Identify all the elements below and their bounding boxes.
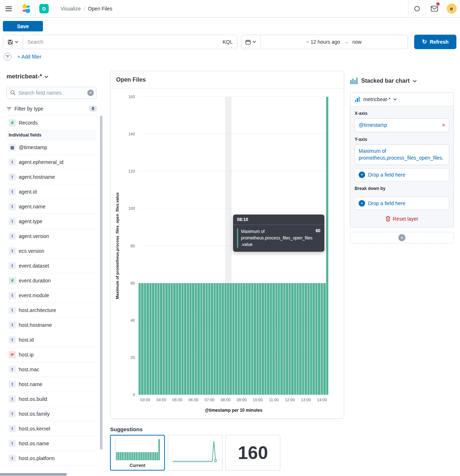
bar[interactable]: [257, 283, 259, 395]
field-item[interactable]: tagent.hostname: [6, 170, 97, 185]
field-item[interactable]: tagent.ephemeral_id: [6, 155, 97, 170]
filter-by-type-button[interactable]: Filter by type 0: [6, 103, 97, 115]
bar[interactable]: [171, 283, 173, 395]
y-axis-drop-target[interactable]: + Drop a field here: [355, 168, 449, 181]
field-item[interactable]: IPhost.ip: [6, 347, 97, 362]
horizontal-scrollbar[interactable]: [0, 473, 67, 476]
bar[interactable]: [176, 283, 178, 395]
bar[interactable]: [297, 283, 299, 395]
bar[interactable]: [179, 283, 181, 395]
field-item[interactable]: thost.id: [6, 333, 97, 347]
bar[interactable]: [294, 283, 296, 395]
bar[interactable]: [302, 283, 304, 395]
time-range-from[interactable]: ~ 12 hours ago: [306, 39, 340, 45]
bar[interactable]: [305, 283, 307, 395]
bar[interactable]: [181, 283, 184, 395]
field-item[interactable]: #event.duration: [6, 273, 97, 288]
bar[interactable]: [232, 283, 235, 395]
field-item[interactable]: tagent.id: [6, 185, 97, 199]
field-item[interactable]: tagent.type: [6, 214, 97, 229]
bar[interactable]: [259, 283, 261, 395]
bar[interactable]: [227, 283, 229, 395]
bar[interactable]: [141, 283, 143, 395]
save-button[interactable]: Save: [3, 21, 43, 31]
bar[interactable]: [155, 283, 157, 395]
bar[interactable]: [197, 283, 200, 395]
user-menu-button[interactable]: e: [443, 0, 460, 17]
breakdown-drop-target[interactable]: + Drop a field here: [355, 197, 449, 210]
kql-switch[interactable]: KQL: [219, 39, 233, 45]
remove-dimension-icon[interactable]: ×: [439, 122, 445, 129]
bar[interactable]: [229, 283, 232, 395]
bar[interactable]: [272, 283, 275, 395]
bar[interactable]: [238, 283, 240, 395]
filter-options-button[interactable]: [4, 53, 12, 61]
time-range-picker[interactable]: ~ 12 hours ago → now: [260, 35, 408, 49]
bar[interactable]: [195, 283, 197, 395]
bar[interactable]: [146, 283, 149, 395]
bar[interactable]: [323, 283, 325, 395]
field-item[interactable]: thost.os.platform: [6, 451, 97, 466]
bar[interactable]: [267, 283, 269, 395]
bar[interactable]: [219, 283, 221, 395]
bar[interactable]: [163, 283, 165, 395]
bar[interactable]: [160, 283, 162, 395]
saved-query-menu-button[interactable]: [3, 35, 23, 49]
bar[interactable]: [286, 283, 288, 395]
field-item[interactable]: tecs.version: [6, 244, 97, 259]
reset-layer-button[interactable]: Reset layer: [350, 210, 454, 227]
field-item[interactable]: tevent.dataset: [6, 259, 97, 273]
bar[interactable]: [310, 283, 312, 395]
suggestion-line-chart[interactable]: [168, 435, 223, 471]
bar[interactable]: [251, 283, 253, 395]
bar[interactable]: [165, 283, 167, 395]
bar[interactable]: [262, 283, 264, 395]
bar[interactable]: [240, 283, 242, 395]
bar[interactable]: [283, 283, 285, 395]
bar[interactable]: [235, 283, 237, 395]
bar[interactable]: [246, 283, 248, 395]
bar[interactable]: [203, 283, 205, 395]
field-item[interactable]: thost.hostname: [6, 318, 97, 333]
records-field[interactable]: # Records: [6, 115, 97, 130]
bar[interactable]: [270, 283, 272, 395]
suggestion-current[interactable]: Current: [110, 435, 165, 471]
bar[interactable]: [149, 283, 152, 395]
cloud-button[interactable]: [408, 0, 425, 17]
bar[interactable]: [211, 283, 213, 395]
refresh-button[interactable]: ↻ Refresh: [414, 35, 456, 49]
bar[interactable]: [321, 283, 323, 395]
bar[interactable]: [222, 283, 224, 395]
bar[interactable]: [248, 283, 250, 395]
bar[interactable]: [291, 283, 293, 395]
bar[interactable]: [157, 283, 159, 395]
field-search-input[interactable]: [6, 87, 97, 99]
menu-button[interactable]: [0, 0, 17, 17]
plot-area[interactable]: 08:10 Maximum of prometheus.process_file…: [139, 97, 329, 395]
bar[interactable]: [214, 283, 216, 395]
bar[interactable]: [173, 283, 175, 395]
chart-type-switcher[interactable]: Stacked bar chart: [350, 75, 454, 86]
field-item[interactable]: thost.os.name: [6, 436, 97, 451]
field-item[interactable]: tagent.name: [6, 199, 97, 214]
bar[interactable]: [289, 283, 291, 395]
newsfeed-button[interactable]: [425, 0, 443, 17]
bar[interactable]: [326, 97, 328, 395]
index-pattern-switcher[interactable]: metricbeat-*: [6, 72, 97, 82]
elastic-logo[interactable]: [18, 0, 35, 17]
bar[interactable]: [224, 283, 227, 395]
bar[interactable]: [280, 283, 282, 395]
bar[interactable]: [152, 283, 154, 395]
field-item[interactable]: thost.os.kernel: [6, 421, 97, 436]
bar[interactable]: [206, 283, 208, 395]
bar[interactable]: [144, 283, 146, 395]
add-filter-button[interactable]: + Add filter: [17, 54, 41, 60]
field-item[interactable]: tagent.version: [6, 229, 97, 244]
bar[interactable]: [278, 283, 280, 395]
bar[interactable]: [312, 283, 315, 395]
breadcrumb-visualize[interactable]: Visualize: [61, 6, 81, 12]
search-input[interactable]: [27, 39, 219, 45]
bar[interactable]: [254, 283, 256, 395]
bar[interactable]: [139, 283, 141, 395]
suggestion-metric[interactable]: 160: [225, 435, 280, 471]
